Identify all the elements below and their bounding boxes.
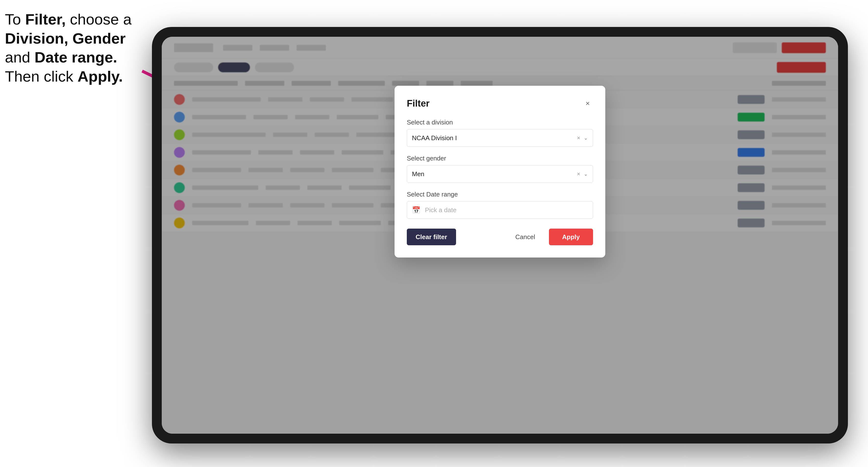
date-label: Select Date range	[407, 191, 593, 198]
division-chevron-icon: ⌄	[584, 135, 588, 141]
gender-select-value: Men	[412, 170, 577, 178]
gender-clear-icon[interactable]: ×	[577, 170, 580, 177]
clear-filter-button[interactable]: Clear filter	[407, 228, 456, 245]
modal-header: Filter ×	[407, 98, 593, 109]
modal-title: Filter	[407, 98, 430, 109]
date-field-group: Select Date range 📅 Pick a date	[407, 191, 593, 219]
calendar-icon: 📅	[412, 206, 421, 214]
division-label: Select a division	[407, 119, 593, 126]
cancel-button[interactable]: Cancel	[506, 228, 544, 245]
modal-footer: Clear filter Cancel Apply	[407, 228, 593, 245]
apply-button[interactable]: Apply	[549, 228, 593, 245]
date-placeholder: Pick a date	[425, 206, 457, 214]
instruction-daterange-bold: Date range.	[35, 49, 117, 66]
gender-chevron-icon: ⌄	[584, 171, 588, 177]
instruction-line1: To Filter, choose a Division, Gender and…	[5, 11, 132, 85]
instruction-division-bold: Division, Gender	[5, 30, 126, 47]
instruction-text: To Filter, choose a Division, Gender and…	[5, 10, 147, 86]
filter-modal: Filter × Select a division NCAA Division…	[395, 86, 605, 257]
instruction-apply-bold: Apply.	[78, 68, 123, 85]
modal-overlay: Filter × Select a division NCAA Division…	[162, 37, 838, 434]
gender-select[interactable]: Men × ⌄	[407, 165, 593, 183]
gender-field-group: Select gender Men × ⌄	[407, 155, 593, 183]
date-input[interactable]: 📅 Pick a date	[407, 201, 593, 219]
division-select-value: NCAA Division I	[412, 134, 577, 142]
division-select-controls: × ⌄	[577, 134, 588, 142]
gender-select-controls: × ⌄	[577, 170, 588, 177]
modal-close-button[interactable]: ×	[582, 98, 593, 109]
gender-label: Select gender	[407, 155, 593, 162]
division-select[interactable]: NCAA Division I × ⌄	[407, 129, 593, 147]
modal-footer-right: Cancel Apply	[506, 228, 593, 245]
instruction-filter-bold: Filter,	[25, 11, 66, 28]
tablet-device: Filter × Select a division NCAA Division…	[152, 27, 848, 443]
division-clear-icon[interactable]: ×	[577, 134, 580, 142]
division-field-group: Select a division NCAA Division I × ⌄	[407, 119, 593, 147]
tablet-screen: Filter × Select a division NCAA Division…	[162, 37, 838, 434]
